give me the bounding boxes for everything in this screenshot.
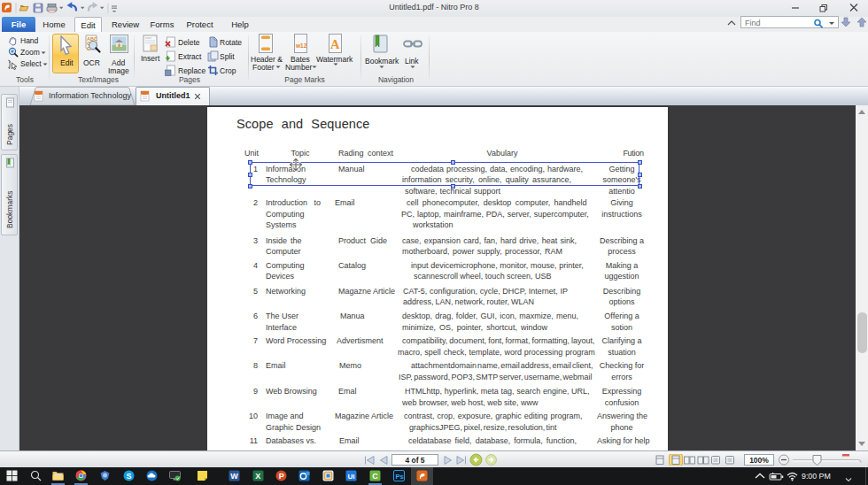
svg-text:A: A bbox=[330, 37, 340, 51]
svg-text:C: C bbox=[372, 472, 378, 481]
svg-text:S: S bbox=[127, 472, 132, 481]
svg-text:P: P bbox=[279, 472, 284, 481]
svg-text:X: X bbox=[255, 472, 260, 481]
svg-text:Ui: Ui bbox=[347, 473, 354, 481]
svg-text:w12: w12 bbox=[295, 42, 307, 49]
svg-text:W: W bbox=[230, 472, 238, 481]
svg-text:Ps: Ps bbox=[395, 473, 403, 481]
